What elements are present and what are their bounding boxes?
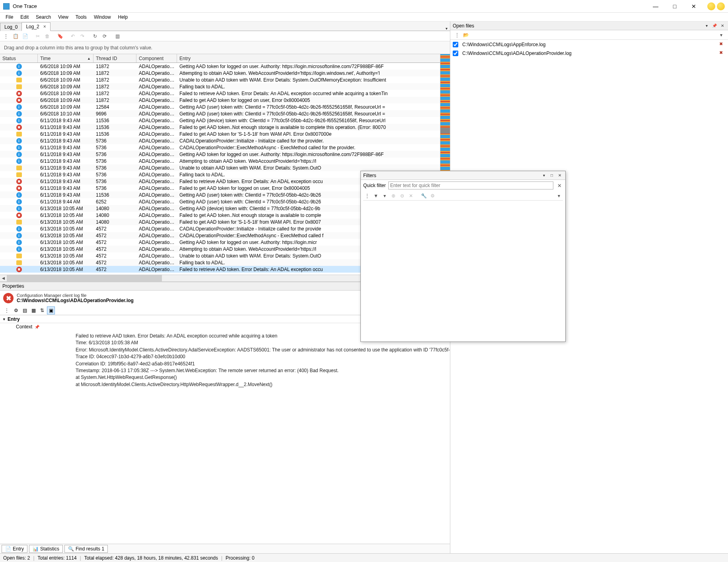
dock-close-icon[interactable]: ✕ [557, 172, 563, 179]
menubar: File Edit Search View Tools Window Help [0, 13, 728, 21]
table-row[interactable]: 6/6/2018 10:09 AM11872ADALOperationProv.… [0, 83, 440, 90]
table-row[interactable]: ✖6/11/2018 9:43 AM11536ADALOperationProv… [0, 124, 440, 131]
paste-button[interactable]: 📄 [21, 32, 29, 41]
table-row[interactable]: i6/6/2018 10:09 AM12584ADALOperationProv… [0, 103, 440, 110]
open-file-item[interactable]: C:\Windows\CCM\Logs\ADALOperationProvide… [453, 50, 726, 57]
col-entry[interactable]: Entry [177, 54, 440, 62]
filter-remove-icon[interactable]: ⊖ [398, 192, 406, 200]
toolbar-menu-icon[interactable]: ▾ [555, 192, 563, 200]
quick-filter-input[interactable] [388, 181, 553, 189]
status-cell [0, 78, 38, 82]
cut-button[interactable]: ✂ [33, 32, 42, 41]
dock-close-icon[interactable]: ✕ [719, 23, 726, 29]
table-row[interactable]: i6/11/2018 9:43 AM5736ADALOperationProv.… [0, 151, 440, 158]
tabs-dropdown-icon[interactable]: ▾ [446, 26, 448, 31]
time-cell: 6/13/2018 10:05 AM [38, 233, 93, 238]
open-file-button[interactable]: 📂 [461, 31, 470, 39]
ptab-entry[interactable]: 📄 Entry [2, 545, 27, 553]
hscroll-thumb[interactable] [7, 275, 162, 282]
info-icon: i [16, 192, 22, 198]
tab-close-icon[interactable]: × [43, 24, 46, 29]
component-cell: ADALOperationProv... [136, 206, 177, 211]
col-time[interactable]: Time▲ [38, 54, 93, 62]
refresh-button[interactable]: ↻ [91, 32, 99, 41]
toolbar-menu-icon[interactable]: ▾ [717, 31, 726, 39]
status-cell: i [0, 246, 38, 252]
ptab-statistics[interactable]: 📊 Statistics [29, 545, 63, 553]
prop-view2-button[interactable]: ▤ [21, 306, 29, 314]
table-row[interactable]: i6/6/2018 10:10 AM9696ADALOperationProv.… [0, 110, 440, 117]
status-cell [0, 166, 38, 170]
dock-menu-icon[interactable]: ▾ [541, 172, 547, 179]
col-component[interactable]: Component [136, 54, 177, 62]
menu-search[interactable]: Search [33, 14, 54, 21]
group-by-area[interactable]: Drag and drop a column into this area to… [0, 41, 450, 54]
table-row[interactable]: i6/11/2018 9:43 AM5736ADALOperationProv.… [0, 144, 440, 151]
scroll-thumb[interactable] [440, 128, 450, 133]
prop-view1-button[interactable]: ⚙ [12, 306, 20, 314]
redo-button[interactable]: ↷ [78, 32, 87, 41]
scroll-left-icon[interactable]: ◄ [0, 275, 7, 282]
filters-title-bar[interactable]: Filters ▾ □ ✕ [361, 171, 565, 180]
table-row[interactable]: i6/11/2018 9:43 AM11536ADALOperationProv… [0, 117, 440, 124]
restore-icon[interactable]: □ [549, 172, 555, 179]
table-row[interactable]: i6/6/2018 10:09 AM11872ADALOperationProv… [0, 70, 440, 76]
file-checkbox[interactable] [453, 42, 458, 47]
clear-filter-icon[interactable]: ✕ [556, 183, 563, 189]
menu-view[interactable]: View [55, 14, 72, 21]
menu-help[interactable]: Help [115, 14, 131, 21]
table-row[interactable]: ✖6/6/2018 10:09 AM11872ADALOperationProv… [0, 97, 440, 103]
filter-dropdown-icon[interactable]: ▾ [381, 192, 389, 200]
err-icon: ✖ [16, 213, 22, 218]
menu-window[interactable]: Window [91, 14, 114, 21]
filter-add-icon[interactable]: ⊕ [389, 192, 397, 200]
warn-icon [16, 254, 22, 258]
filter-advanced-icon[interactable]: 🔧 [420, 192, 428, 200]
component-cell: ADALOperationProv... [136, 192, 177, 198]
delete-button[interactable]: 🗑 [43, 32, 52, 41]
dock-menu-icon[interactable]: ▾ [703, 23, 710, 29]
table-row[interactable]: 6/6/2018 10:09 AM11872ADALOperationProv.… [0, 76, 440, 83]
file-checkbox[interactable] [453, 51, 458, 56]
filter-clear-icon[interactable]: ✕ [407, 192, 415, 200]
menu-tools[interactable]: Tools [72, 14, 90, 21]
open-file-item[interactable]: C:\Windows\CCM\Logs\AppEnforce.log ✖ [453, 41, 726, 48]
menu-edit[interactable]: Edit [17, 14, 32, 21]
collapse-icon[interactable]: ▾ [3, 317, 5, 321]
copy-button[interactable]: 📋 [11, 32, 20, 41]
remove-file-icon[interactable]: ✖ [719, 50, 726, 57]
table-row[interactable]: ✖6/6/2018 10:09 AM11872ADALOperationProv… [0, 90, 440, 97]
minimize-button[interactable]: — [647, 1, 664, 12]
table-row[interactable]: 6/11/2018 9:43 AM5736ADALOperationProv..… [0, 164, 440, 171]
ptab-find-results[interactable]: 🔍 Find results 1 [64, 545, 108, 553]
close-button[interactable]: ✕ [685, 1, 703, 12]
undo-button[interactable]: ↶ [68, 32, 77, 41]
filters-window[interactable]: Filters ▾ □ ✕ Quick filter ✕ ⋮ ▼ ▾ ⊕ ⊖ [360, 171, 566, 342]
table-row[interactable]: i6/11/2018 9:43 AM5736ADALOperationProv.… [0, 158, 440, 164]
filter-settings-icon[interactable]: ⚙ [428, 192, 436, 200]
remove-file-icon[interactable]: ✖ [719, 41, 726, 48]
status-cell [0, 84, 38, 89]
sync-button[interactable]: ⟳ [100, 32, 109, 41]
table-row[interactable]: i6/6/2018 10:09 AM11872ADALOperationProv… [0, 63, 440, 70]
filter-button[interactable]: ▥ [113, 32, 122, 41]
table-row[interactable]: i6/11/2018 9:43 AM5736ADALOperationProv.… [0, 137, 440, 144]
prop-view3-button[interactable]: ▦ [29, 306, 37, 314]
feedback-sad-icon[interactable] [717, 2, 725, 10]
col-thread[interactable]: Thread ID [93, 54, 136, 62]
bookmark-button[interactable]: 🔖 [56, 32, 64, 41]
prop-view4-button[interactable]: ⇅ [38, 306, 46, 314]
open-files-list: C:\Windows\CCM\Logs\AppEnforce.log ✖ C:\… [450, 40, 728, 58]
tab-log-2[interactable]: Log_2× [21, 22, 50, 31]
pin-icon[interactable]: 📌 [711, 23, 718, 29]
filter-funnel-icon[interactable]: ▼ [372, 192, 380, 200]
prop-view5-button[interactable]: ▣ [47, 306, 55, 314]
entry-cell: Failed to retrieve AAD token. Error Deta… [177, 91, 440, 96]
feedback-happy-icon[interactable] [707, 2, 715, 10]
col-status[interactable]: Status [0, 54, 38, 62]
menu-file[interactable]: File [2, 14, 16, 21]
maximize-button[interactable]: □ [666, 1, 683, 12]
table-row[interactable]: 6/11/2018 9:43 AM11536ADALOperationProv.… [0, 131, 440, 137]
pin-icon[interactable]: 📌 [35, 325, 39, 329]
tab-log-0[interactable]: Log_0 [0, 23, 22, 31]
